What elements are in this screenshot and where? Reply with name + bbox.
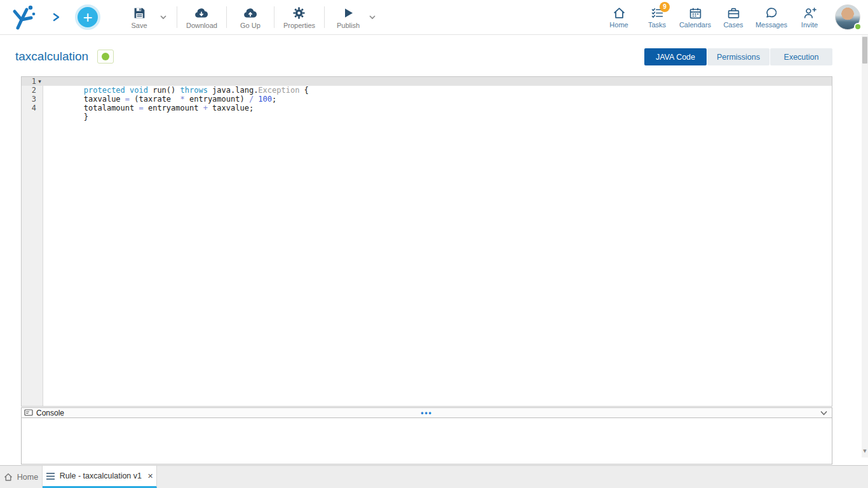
publish-play-icon <box>342 6 355 20</box>
fold-spacer <box>36 86 43 95</box>
toolbar-divider <box>324 6 325 28</box>
code-token: } <box>84 112 88 121</box>
line-number-text: 1 <box>32 77 36 86</box>
nav-calendars-label: Calendars <box>679 21 711 29</box>
global-nav: Home 9 Tasks <box>600 4 868 30</box>
user-avatar[interactable] <box>835 4 860 30</box>
toolbar-divider <box>226 6 227 28</box>
green-status-dot <box>102 53 109 60</box>
code-line[interactable]: 3 totalamount = entryamount + taxvalue; <box>22 95 832 104</box>
close-tab-icon[interactable]: ✕ <box>147 472 153 480</box>
go-up-icon <box>243 6 258 20</box>
code-text: protected void run() throws java.lang.Ex… <box>43 77 309 86</box>
go-up-button[interactable]: Go Up <box>232 6 269 29</box>
nav-cases[interactable]: Cases <box>714 6 752 29</box>
fold-spacer <box>36 95 43 104</box>
application-window: + Save <box>0 0 868 488</box>
fold-arrow-icon[interactable]: ▾ <box>36 77 43 86</box>
line-number: 4 <box>22 104 43 112</box>
code-text: taxvalue = (taxrate * entryamount) / 100… <box>43 86 276 95</box>
properties-button[interactable]: Properties <box>280 6 319 29</box>
line-number-gutter <box>22 77 43 406</box>
nav-invite-label: Invite <box>801 21 818 29</box>
bottom-tab-rule-label: Rule - taxcalculation v1 <box>60 471 142 480</box>
properties-gear-icon <box>292 6 306 20</box>
tasks-badge: 9 <box>660 2 670 12</box>
tab-java-code[interactable]: JAVA Code <box>644 48 707 65</box>
nav-invite[interactable]: Invite <box>790 6 829 29</box>
rule-tabs: JAVA Code Permissions Execution <box>644 48 832 65</box>
bottom-tab-bar: Home Rule - taxcalculation v1 ✕ <box>0 465 868 488</box>
bottom-tab-home-label: Home <box>17 473 38 482</box>
top-toolbar: + Save <box>0 0 868 35</box>
tab-permissions[interactable]: Permissions <box>707 48 770 65</box>
console-menu-dots[interactable]: ••• <box>22 409 832 417</box>
console-collapse-chevron[interactable] <box>820 409 828 418</box>
home-icon <box>613 6 626 20</box>
code-editor[interactable]: 1 ▾ protected void run() throws java.lan… <box>21 76 832 407</box>
nav-calendars[interactable]: Calendars <box>676 6 714 29</box>
save-icon <box>133 6 146 20</box>
line-number: 2 <box>22 86 43 95</box>
scroll-down-arrow-icon[interactable]: ▼ <box>862 446 868 456</box>
nav-tasks[interactable]: 9 Tasks <box>638 6 676 29</box>
save-dropdown-chevron[interactable] <box>158 0 169 34</box>
vertical-scrollbar[interactable]: ▼ <box>862 36 868 458</box>
page-head: taxcalculation <box>15 46 114 67</box>
line-number-text: 3 <box>32 95 36 104</box>
fold-spacer <box>36 104 43 112</box>
messages-icon <box>765 6 778 20</box>
online-status-dot <box>854 23 862 30</box>
expand-chevron-icon[interactable] <box>52 13 61 22</box>
code-text: totalamount = entryamount + taxvalue; <box>43 95 254 104</box>
console-output <box>21 418 832 464</box>
download-label: Download <box>186 22 217 29</box>
nav-home[interactable]: Home <box>600 6 638 29</box>
bottom-tab-home[interactable]: Home <box>0 466 43 488</box>
line-number-text: 2 <box>32 86 36 95</box>
nav-messages[interactable]: Messages <box>752 6 790 29</box>
scrollbar-thumb[interactable] <box>862 37 867 64</box>
page-title: taxcalculation <box>15 50 88 64</box>
nav-home-label: Home <box>609 21 628 29</box>
document-toolbar: Save Download <box>121 0 381 34</box>
invite-icon <box>803 6 817 20</box>
go-up-label: Go Up <box>240 22 261 29</box>
app-logo-icon[interactable] <box>10 3 36 31</box>
nav-cases-label: Cases <box>723 21 743 29</box>
logo-area <box>0 3 61 31</box>
console-header[interactable]: Console ••• <box>21 407 832 418</box>
code-line[interactable]: 2 taxvalue = (taxrate * entryamount) / 1… <box>22 86 832 95</box>
code-line[interactable]: 1 ▾ protected void run() throws java.lan… <box>22 77 832 86</box>
toolbar-divider <box>274 6 275 28</box>
line-number: 1 ▾ <box>22 77 43 86</box>
cases-icon <box>727 6 740 20</box>
status-indicator <box>97 50 114 64</box>
code-line[interactable]: 4 } <box>22 104 832 112</box>
line-number: 3 <box>22 95 43 104</box>
home-tab-icon <box>4 473 13 482</box>
calendars-icon <box>689 6 702 20</box>
toolbar-divider <box>177 6 177 28</box>
add-button[interactable]: + <box>75 4 100 30</box>
bottom-tab-rule[interactable]: Rule - taxcalculation v1 ✕ <box>43 466 157 488</box>
save-button[interactable]: Save <box>121 6 158 29</box>
properties-label: Properties <box>283 22 315 29</box>
publish-label: Publish <box>337 22 360 29</box>
tab-execution[interactable]: Execution <box>770 48 832 65</box>
nav-tasks-label: Tasks <box>648 21 666 29</box>
publish-button[interactable]: Publish <box>330 6 367 29</box>
download-icon <box>194 6 209 20</box>
rule-tab-icon <box>46 472 55 480</box>
nav-messages-label: Messages <box>756 21 787 29</box>
publish-dropdown-chevron[interactable] <box>367 0 378 34</box>
download-button[interactable]: Download <box>182 6 221 29</box>
line-number-text: 4 <box>32 104 36 112</box>
code-text: } <box>43 104 88 112</box>
save-label: Save <box>131 22 147 29</box>
